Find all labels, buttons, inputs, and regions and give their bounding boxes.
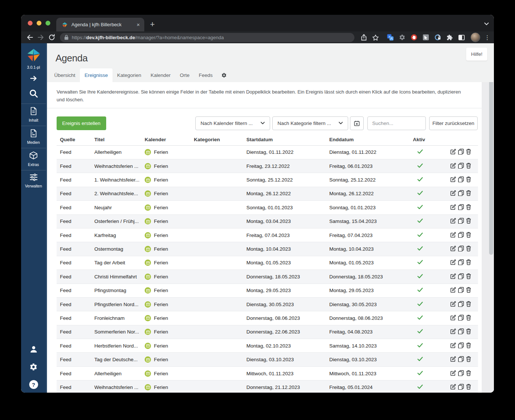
cell-end-date[interactable]: Dienstag, 01.11.2022 [329, 149, 413, 155]
minimize-window-button[interactable] [37, 21, 41, 26]
cell-active[interactable] [413, 246, 450, 252]
cell-title[interactable]: 2. Weihnachtsfeie... [94, 191, 145, 196]
duplicate-icon[interactable] [458, 232, 464, 239]
delete-icon[interactable] [466, 301, 471, 308]
column-header-kalender[interactable]: Kalender [145, 137, 194, 142]
delete-icon[interactable] [466, 273, 471, 280]
cell-active[interactable] [413, 191, 450, 196]
edit-icon[interactable] [450, 218, 456, 225]
cell-active[interactable] [413, 260, 450, 265]
cell-end-date[interactable]: Sonntag, 01.01.2023 [329, 205, 413, 210]
cell-title[interactable]: Sommerferien Nor... [94, 329, 145, 335]
tab-feeds[interactable]: Feeds [194, 68, 218, 82]
edit-icon[interactable] [450, 328, 456, 335]
modx-logo[interactable] [26, 48, 42, 62]
delete-icon[interactable] [466, 149, 471, 156]
edit-icon[interactable] [450, 273, 456, 280]
delete-icon[interactable] [466, 190, 471, 197]
delete-icon[interactable] [466, 370, 471, 377]
search-icon[interactable] [29, 89, 38, 98]
cell-end-date[interactable]: Dienstag, 03.10.2023 [329, 357, 413, 362]
tab-kategorien[interactable]: Kategorien [112, 68, 146, 82]
cell-title[interactable]: Christi Himmelfahrt [94, 274, 145, 280]
cell-end-date[interactable]: Donnerstag, 18.05.2023 [329, 274, 413, 280]
duplicate-icon[interactable] [458, 356, 464, 363]
tab-kalender[interactable]: Kalender [146, 68, 175, 82]
delete-icon[interactable] [466, 218, 471, 225]
cell-title[interactable]: Osterferien / Frühj... [94, 219, 145, 224]
cell-active[interactable] [413, 315, 450, 321]
duplicate-icon[interactable] [458, 287, 464, 294]
screenshot-extension-icon[interactable] [421, 32, 431, 43]
edit-icon[interactable] [450, 149, 456, 156]
cell-start-date[interactable]: Dienstag, 03.10.2023 [246, 357, 329, 362]
column-header-enddatum[interactable]: Enddatum [329, 137, 413, 142]
browser-tab[interactable]: Agenda | kjfh Billerbeck × [56, 18, 144, 31]
cell-active[interactable] [413, 343, 450, 349]
edit-icon[interactable] [450, 287, 456, 294]
cell-end-date[interactable]: Freitag, 06.01.2023 [329, 163, 413, 169]
cell-title[interactable]: Allerheiligen [94, 149, 145, 155]
forward-button[interactable] [35, 32, 46, 43]
duplicate-icon[interactable] [458, 384, 464, 391]
cell-title[interactable]: Ostermontag [94, 246, 145, 252]
duplicate-icon[interactable] [458, 245, 464, 253]
duplicate-icon[interactable] [458, 315, 464, 322]
date-filter-button[interactable] [350, 116, 364, 130]
column-header-kategorien[interactable]: Kategorien [194, 137, 246, 142]
extensions-puzzle-icon[interactable] [445, 32, 454, 43]
cell-active[interactable] [413, 371, 450, 376]
duplicate-icon[interactable] [458, 190, 464, 197]
cell-start-date[interactable]: Dienstag, 01.11.2022 [246, 149, 329, 155]
sidebar-item-inhalt[interactable]: Inhalt [21, 104, 46, 126]
cell-start-date[interactable]: Donnerstag, 08.06.2023 [246, 315, 329, 321]
edit-icon[interactable] [450, 204, 456, 211]
reset-filters-button[interactable]: Filter zurücksetzen [429, 116, 478, 130]
delete-icon[interactable] [466, 384, 471, 391]
cell-title[interactable]: Allerheiligen [94, 371, 145, 376]
bookmark-star-icon[interactable] [371, 32, 380, 43]
delete-icon[interactable] [466, 342, 471, 349]
cell-end-date[interactable]: Montag, 01.05.2023 [329, 260, 413, 265]
cell-start-date[interactable]: Sonntag, 25.12.2022 [246, 177, 329, 183]
cell-end-date[interactable]: Samstag, 14.10.2023 [329, 343, 413, 349]
cell-calendar[interactable]: Ferien [145, 232, 194, 238]
cell-start-date[interactable]: Freitag, 07.04.2023 [246, 233, 329, 238]
sidebar-item-verwalten[interactable]: Verwalten [21, 170, 46, 192]
column-header-aktiv[interactable]: Aktiv [413, 137, 450, 142]
column-header-quelle[interactable]: Quelle [60, 137, 94, 142]
cell-calendar[interactable]: Ferien [145, 274, 194, 280]
cell-title[interactable]: Tag der Arbeit [94, 260, 145, 265]
edit-icon[interactable] [450, 259, 456, 266]
delete-icon[interactable] [466, 232, 471, 239]
cell-start-date[interactable]: Montag, 10.04.2023 [246, 246, 329, 252]
cell-calendar[interactable]: Ferien [145, 218, 194, 224]
cell-calendar[interactable]: Ferien [145, 343, 194, 349]
delete-icon[interactable] [466, 259, 471, 266]
cell-active[interactable] [413, 233, 450, 238]
duplicate-icon[interactable] [458, 370, 464, 377]
help-button[interactable]: Hilfe! [466, 48, 487, 61]
cell-active[interactable] [413, 219, 450, 224]
duplicate-icon[interactable] [458, 342, 464, 349]
cell-start-date[interactable]: Montag, 29.05.2023 [246, 288, 329, 293]
cell-title[interactable]: Pfingstferien Nord... [94, 302, 145, 307]
cell-start-date[interactable]: Donnerstag, 18.05.2023 [246, 274, 329, 280]
user-icon[interactable] [29, 345, 38, 355]
cell-title[interactable]: Neujahr [94, 205, 145, 210]
cell-active[interactable] [413, 177, 450, 183]
cell-start-date[interactable]: Mittwoch, 01.11.2023 [246, 371, 329, 376]
adblock-extension-icon[interactable] [409, 32, 419, 43]
cell-calendar[interactable]: Ferien [145, 149, 194, 155]
share-icon[interactable] [359, 32, 368, 43]
cell-title[interactable]: Karfreitag [94, 233, 145, 238]
settings-gear-icon[interactable] [29, 363, 38, 373]
delete-icon[interactable] [466, 163, 471, 170]
cell-calendar[interactable]: Ferien [145, 246, 194, 252]
cell-title[interactable]: Herbstferien Nord... [94, 343, 145, 349]
cell-active[interactable] [413, 302, 450, 307]
tab-ereignisse[interactable]: Ereignisse [80, 68, 112, 82]
cell-active[interactable] [413, 357, 450, 362]
cell-start-date[interactable]: Donnerstag, 22.06.2023 [246, 329, 329, 335]
cell-active[interactable] [413, 329, 450, 335]
